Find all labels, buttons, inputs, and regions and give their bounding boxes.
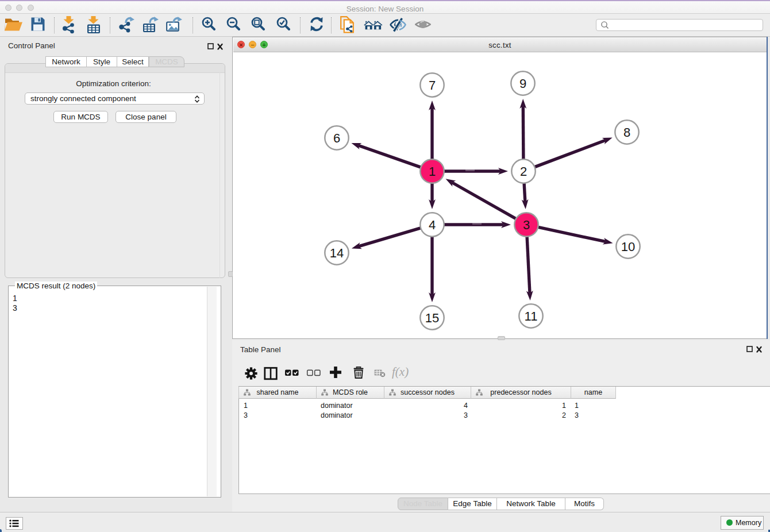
svg-text:1: 1 — [429, 164, 436, 179]
svg-text:7: 7 — [429, 78, 436, 92]
svg-text:2: 2 — [520, 164, 527, 179]
svg-text:9: 9 — [519, 76, 526, 91]
svg-text:10: 10 — [621, 240, 635, 254]
svg-text:11: 11 — [525, 309, 538, 323]
svg-text:14: 14 — [330, 246, 344, 260]
svg-text:6: 6 — [333, 131, 340, 145]
svg-text:3: 3 — [523, 218, 530, 232]
svg-text:15: 15 — [425, 311, 439, 325]
svg-text:4: 4 — [429, 218, 436, 232]
svg-text:8: 8 — [623, 125, 630, 140]
